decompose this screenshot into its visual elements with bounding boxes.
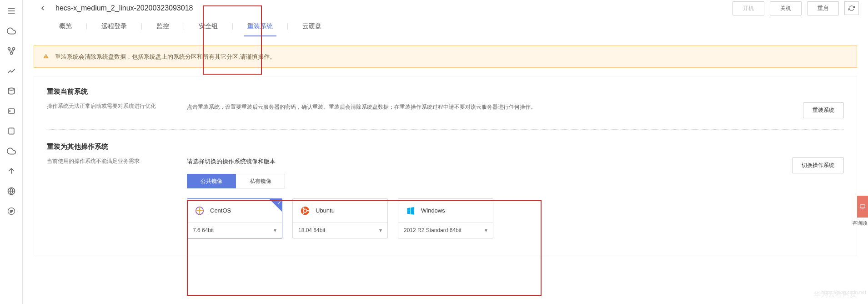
content-area: 重装系统会清除系统盘数据，包括系统盘上的系统分区和所有其它分区,请谨慎操作。 重… xyxy=(23,36,868,304)
svg-point-4 xyxy=(12,48,15,50)
disk-icon[interactable] xyxy=(3,123,20,139)
tab-remote-login[interactable]: 远程登录 xyxy=(100,16,129,36)
stop-button[interactable]: 关机 xyxy=(770,1,802,15)
private-image-tab[interactable]: 私有镜像 xyxy=(236,174,285,188)
os-card-windows[interactable]: Windows 2012 R2 Standard 64bit ▾ xyxy=(398,198,493,238)
svg-point-5 xyxy=(10,52,12,55)
reinstall-desc: 点击重装系统，设置要重装后云服务器的密码，确认重装。重装后会清除系统盘数据；在重… xyxy=(187,102,768,112)
os-options: CentOS 7.6 64bit ▾ xyxy=(187,198,768,238)
version-select-centos[interactable]: 7.6 64bit ▾ xyxy=(187,223,282,238)
tab-cloud-disk[interactable]: 云硬盘 xyxy=(301,16,323,36)
tabs: 概览 远程登录 监控 安全组 重装系统 云硬盘 xyxy=(23,16,868,36)
centos-icon xyxy=(195,206,205,216)
windows-icon xyxy=(406,206,416,216)
reinstall-title: 重装当前系统 xyxy=(47,87,844,96)
tab-monitor[interactable]: 监控 xyxy=(155,16,171,36)
tab-security-group[interactable]: 安全组 xyxy=(197,16,220,36)
reinstall-card: 重装当前系统 操作系统无法正常启动或需要对系统进行优化 点击重装系统，设置要重装… xyxy=(34,76,857,255)
ubuntu-icon xyxy=(300,206,310,216)
ip-icon[interactable]: IP xyxy=(3,203,20,219)
svg-point-18 xyxy=(307,210,309,212)
refresh-button[interactable] xyxy=(844,1,859,15)
send-icon[interactable] xyxy=(3,163,20,179)
os-name: Windows xyxy=(421,207,445,214)
divider xyxy=(47,129,844,130)
storage-icon[interactable] xyxy=(3,83,20,99)
start-button[interactable]: 开机 xyxy=(733,1,764,15)
tab-overview[interactable]: 概览 xyxy=(57,16,74,36)
chevron-down-icon: ▾ xyxy=(485,227,487,233)
main-content: hecs-x_medium_2_linux-20200323093018 开机 … xyxy=(23,0,868,304)
public-image-tab[interactable]: 公共镜像 xyxy=(187,174,236,188)
reinstall-button[interactable]: 重装系统 xyxy=(803,102,844,118)
warning-icon xyxy=(42,52,50,61)
globe-icon[interactable] xyxy=(3,183,20,199)
switch-os-button[interactable]: 切换操作系统 xyxy=(792,157,844,173)
backup-icon[interactable] xyxy=(3,143,20,159)
feedback-float-button[interactable] xyxy=(857,196,868,218)
warning-banner: 重装系统会清除系统盘数据，包括系统盘上的系统分区和所有其它分区,请谨慎操作。 xyxy=(34,46,857,68)
selected-check-icon xyxy=(269,199,282,212)
switch-title: 重装为其他操作系统 xyxy=(47,142,844,151)
cloud-icon[interactable] xyxy=(3,23,20,39)
network-icon[interactable] xyxy=(3,43,20,59)
os-card-centos[interactable]: CentOS 7.6 64bit ▾ xyxy=(187,198,282,238)
svg-point-6 xyxy=(8,88,14,90)
page-title: hecs-x_medium_2_linux-20200323093018 xyxy=(55,4,193,12)
version-select-ubuntu[interactable]: 18.04 64bit ▾ xyxy=(293,223,387,238)
left-nav-rail: IP xyxy=(0,0,23,304)
os-card-ubuntu[interactable]: Ubuntu 18.04 64bit ▾ xyxy=(292,198,388,238)
svg-point-19 xyxy=(303,207,305,209)
server-icon[interactable] xyxy=(3,103,20,119)
tab-reinstall-system[interactable]: 重装系统 xyxy=(246,16,275,36)
restart-button[interactable]: 重启 xyxy=(807,1,839,15)
warning-text: 重装系统会清除系统盘数据，包括系统盘上的系统分区和所有其它分区,请谨慎操作。 xyxy=(55,53,276,61)
feedback-label: 咨询顾 xyxy=(852,220,867,226)
image-type-tabs: 公共镜像 私有镜像 xyxy=(187,174,768,188)
header: hecs-x_medium_2_linux-20200323093018 开机 … xyxy=(23,0,868,16)
watermark-blog: https://blog.csdn.net xyxy=(822,289,866,295)
version-select-windows[interactable]: 2012 R2 Standard 64bit ▾ xyxy=(398,223,493,238)
chevron-down-icon: ▾ xyxy=(274,227,276,233)
os-name: CentOS xyxy=(210,207,231,214)
monitor-icon[interactable] xyxy=(3,63,20,79)
svg-rect-21 xyxy=(860,205,865,208)
chevron-down-icon: ▾ xyxy=(379,227,382,233)
svg-point-20 xyxy=(303,212,305,214)
os-name: Ubuntu xyxy=(316,207,335,214)
reinstall-subtitle: 操作系统无法正常启动或需要对系统进行优化 xyxy=(47,102,179,110)
svg-point-3 xyxy=(8,48,10,50)
switch-subtitle: 当前使用的操作系统不能满足业务需求 xyxy=(47,157,179,165)
svg-point-8 xyxy=(9,111,10,111)
switch-hint: 请选择切换的操作系统镜像和版本 xyxy=(187,157,768,166)
menu-icon[interactable] xyxy=(3,3,20,19)
svg-rect-9 xyxy=(9,128,14,134)
svg-text:IP: IP xyxy=(10,210,13,213)
back-button[interactable] xyxy=(36,2,49,15)
